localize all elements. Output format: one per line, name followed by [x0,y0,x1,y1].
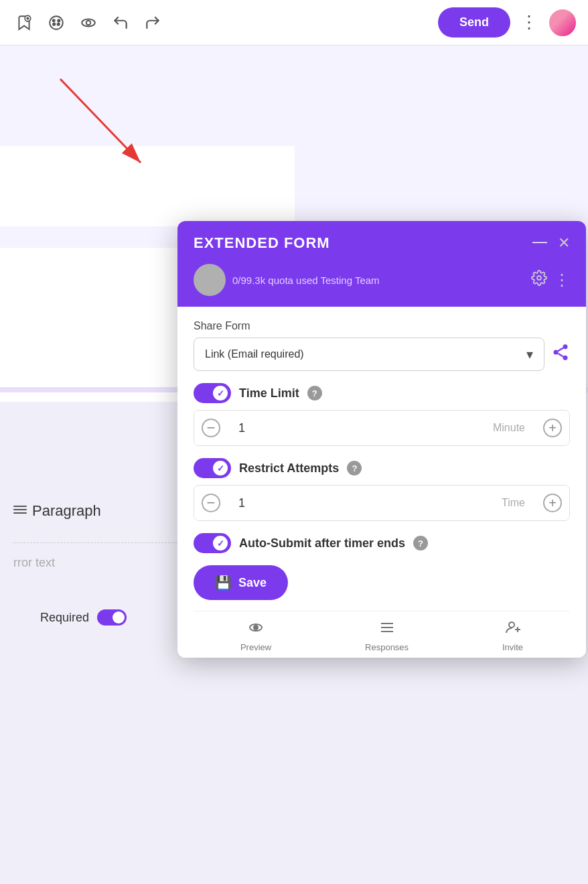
auto-submit-toggle[interactable] [194,533,231,553]
time-limit-toggle[interactable] [194,383,231,403]
restrict-toggle-check [213,461,228,475]
share-form-label: Share Form [194,320,570,332]
auto-submit-row: Auto-Submit after timer ends ? [194,533,570,553]
toggle-check-indicator [213,386,228,400]
minus-circle-icon: − [202,419,220,437]
auto-submit-check [213,536,228,550]
restrict-attempts-toggle[interactable] [194,458,231,478]
svg-point-4 [53,23,55,25]
send-button[interactable]: Send [438,7,510,38]
restrict-attempts-row: Restrict Attempts ? [194,458,570,478]
modal-user-avatar [194,264,226,296]
modal-minimize-button[interactable]: — [532,234,547,249]
save-button[interactable]: 💾 Save [194,565,288,600]
preview-eye-icon[interactable] [75,9,102,36]
undo-icon[interactable] [107,9,134,36]
required-row: Required [40,609,127,625]
paragraph-label: Paragraph [13,502,101,520]
svg-point-2 [53,19,55,21]
svg-point-3 [58,19,60,21]
restrict-decrement-button[interactable]: − [194,486,228,520]
share-form-row: Link (Email required) ▾ [194,338,570,371]
restrict-plus-icon: + [543,494,562,512]
bookmark-icon[interactable] [11,9,38,36]
modal-window-controls: — ✕ [532,234,570,252]
time-limit-unit: Minute [493,422,525,434]
svg-point-13 [563,355,568,360]
restrict-attempts-stepper: − 1 Time + [194,485,570,521]
nav-preview[interactable]: Preview [240,619,271,652]
time-limit-decrement-button[interactable]: − [194,411,228,445]
share-type-select[interactable]: Link (Email required) ▾ [194,338,544,371]
avatar[interactable] [548,8,577,38]
preview-nav-icon [246,619,265,640]
modal-more-button[interactable]: ⋮ [554,271,570,289]
palette-icon[interactable] [43,9,70,36]
restrict-value-display: 1 Time [228,496,536,510]
svg-point-17 [254,625,258,630]
svg-point-1 [50,16,63,29]
time-limit-row: Time Limit ? [194,383,570,403]
svg-line-14 [558,353,563,356]
auto-submit-label: Auto-Submit after timer ends [239,536,405,550]
invite-nav-icon [504,619,522,640]
svg-point-7 [86,20,91,25]
redo-icon[interactable] [139,9,166,36]
modal-title-row: EXTENDED FORM — ✕ [194,234,570,252]
share-button[interactable] [551,343,570,366]
form-card-background [0,146,295,226]
nav-responses[interactable]: Responses [365,619,409,652]
svg-point-21 [509,622,514,628]
time-limit-help-icon[interactable]: ? [307,386,322,400]
auto-submit-help-icon[interactable]: ? [413,536,428,550]
modal-bottom-nav: Preview Responses [194,611,570,658]
save-icon: 💾 [215,575,232,591]
extended-form-modal: EXTENDED FORM — ✕ 0/99.3k quota used Tes… [177,221,586,658]
plus-circle-icon: + [543,419,562,437]
restrict-increment-button[interactable]: + [536,486,569,520]
paragraph-icon [13,506,27,516]
toolbar: Send ⋮ [0,0,588,46]
time-limit-value-display: 1 Minute [228,421,536,435]
svg-line-15 [558,348,563,351]
svg-point-11 [563,344,568,349]
required-toggle[interactable] [97,609,127,625]
svg-point-5 [58,23,60,25]
modal-close-button[interactable]: ✕ [558,234,570,252]
required-label: Required [40,611,89,625]
responses-nav-icon [378,619,396,640]
restrict-unit: Time [502,497,525,509]
chevron-down-icon: ▾ [526,346,533,362]
error-text: rror text [13,556,55,570]
restrict-minus-icon: − [202,494,220,512]
restrict-attempts-label: Restrict Attempts [239,461,339,475]
modal-user-info: 0/99.3k quota used Testing Team [232,275,524,286]
modal-title: EXTENDED FORM [194,234,330,252]
modal-header: EXTENDED FORM — ✕ 0/99.3k quota used Tes… [177,221,586,307]
more-options-icon[interactable]: ⋮ [516,9,542,36]
nav-invite[interactable]: Invite [502,619,523,652]
time-limit-increment-button[interactable]: + [536,411,569,445]
svg-point-10 [537,276,541,280]
modal-gear-button[interactable] [531,270,547,290]
time-limit-stepper: − 1 Minute + [194,410,570,446]
modal-user-row: 0/99.3k quota used Testing Team ⋮ [194,264,570,307]
modal-body: Share Form Link (Email required) ▾ [177,307,586,658]
time-limit-label: Time Limit [239,386,299,400]
restrict-attempts-help-icon[interactable]: ? [347,461,362,475]
svg-point-12 [554,350,559,354]
